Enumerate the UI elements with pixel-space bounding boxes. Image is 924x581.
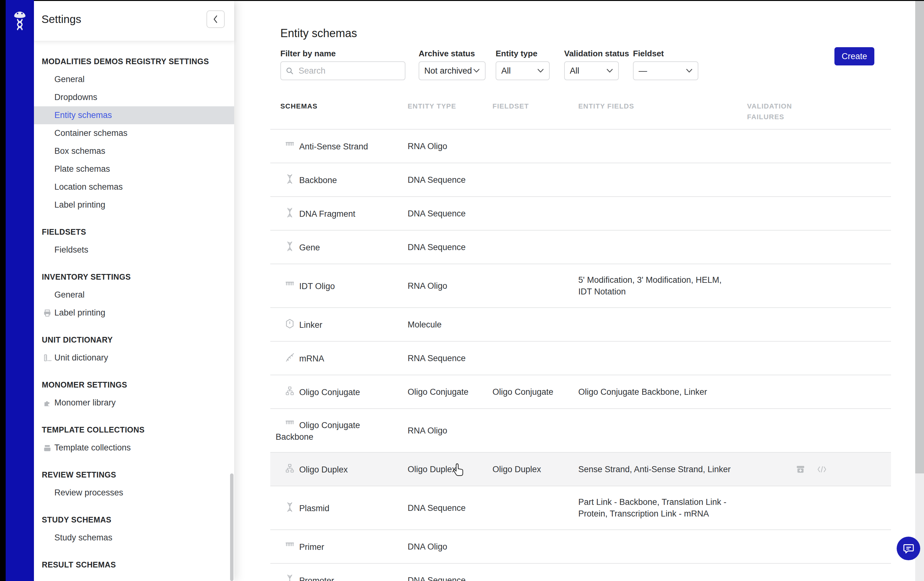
sidebar-header: Settings [34, 1, 234, 41]
table-row[interactable]: Plasmid DNA Sequence Part Link - Backbon… [270, 486, 891, 530]
sidebar-item-label-printing[interactable]: Label printing [34, 196, 234, 214]
filter-by-name-label: Filter by name [280, 49, 336, 58]
help-chat-button[interactable] [897, 536, 920, 560]
nav-item-label: General [54, 74, 84, 84]
sidebar-item-container-schemas[interactable]: Container schemas [34, 124, 234, 142]
nav-section-review: REVIEW SETTINGS Review processes [34, 466, 234, 502]
nav-item-label: Study schemas [54, 533, 112, 543]
nav-item-label: Label printing [54, 200, 105, 210]
search-icon [286, 67, 294, 75]
dna-icon [285, 174, 294, 184]
column-header-schemas: SCHEMAS [280, 101, 317, 112]
entity-type-select[interactable]: All [496, 61, 550, 80]
jellyfish-logo [11, 9, 29, 35]
sidebar-item-fieldsets[interactable]: Fieldsets [34, 241, 234, 259]
entity-type-value: All [501, 66, 511, 76]
main-scrollbar-thumb[interactable] [915, 1, 924, 473]
schema-name: Anti-Sense Strand [299, 142, 368, 151]
table-row[interactable]: Anti-Sense Strand RNA Oligo [270, 129, 891, 163]
sidebar-item-unit-dictionary[interactable]: Unit dictionary [34, 349, 234, 367]
conjugate-icon [285, 463, 294, 474]
table-row[interactable]: Oligo Conjugate Backbone RNA Oligo [270, 409, 891, 453]
entity-type-cell: DNA Oligo [408, 541, 488, 552]
nav-item-label: Container schemas [54, 128, 128, 138]
entity-type-cell: RNA Oligo [408, 425, 488, 436]
sidebar-item-location-schemas[interactable]: Location schemas [34, 178, 234, 196]
nav-section-title: MONOMER SETTINGS [34, 376, 234, 394]
nav-item-label: Box schemas [54, 146, 105, 156]
chevron-left-icon [212, 15, 219, 23]
schema-name: Gene [299, 243, 320, 252]
settings-sidebar: Settings MODALITIES DEMOS REGISTRY SETTI… [34, 1, 234, 581]
table-row-oligo-duplex[interactable]: Oligo Duplex Oligo Duplex Oligo Duplex S… [270, 453, 891, 486]
schema-name: Primer [299, 542, 324, 552]
table-row[interactable]: Oligo Conjugate Oligo Conjugate Oligo Co… [270, 375, 891, 409]
rna-oligo-icon [285, 418, 294, 429]
nav-item-label: Unit dictionary [54, 353, 108, 363]
nav-section-title: UNIT DICTIONARY [34, 331, 234, 349]
validation-status-select[interactable]: All [564, 61, 619, 80]
rna-strand-icon [285, 352, 294, 363]
table-row[interactable]: DNA Fragment DNA Sequence [270, 197, 891, 230]
validation-status-value: All [570, 66, 579, 76]
table-row[interactable]: Linker Molecule [270, 308, 891, 342]
entity-type-label: Entity type [496, 49, 538, 58]
table-row[interactable]: Gene DNA Sequence [270, 230, 891, 264]
sidebar-item-general[interactable]: General [34, 70, 234, 88]
dna-icon [285, 207, 294, 218]
table-row[interactable]: Primer DNA Oligo [270, 530, 891, 564]
column-header-entity-type: ENTITY TYPE [408, 101, 456, 112]
schema-name: DNA Fragment [299, 209, 355, 218]
create-button[interactable]: Create [835, 47, 874, 65]
search-input[interactable] [298, 66, 400, 76]
sidebar-item-dropdowns[interactable]: Dropdowns [34, 88, 234, 106]
sidebar-scrollbar-thumb[interactable] [230, 473, 234, 581]
sidebar-item-template-collections[interactable]: Template collections [34, 439, 234, 457]
nav-section-title: TEMPLATE COLLECTIONS [34, 421, 234, 439]
nav-item-label: Plate schemas [54, 164, 110, 174]
sidebar-item-monomer-library[interactable]: Monomer library [34, 394, 234, 412]
collapse-sidebar-button[interactable] [206, 10, 225, 28]
sidebar-item-entity-schemas[interactable]: Entity schemas [34, 106, 234, 124]
table-row[interactable]: Backbone DNA Sequence [270, 163, 891, 197]
nav-section-result-schemas: RESULT SCHEMAS [34, 556, 234, 574]
archive-icon[interactable] [796, 465, 805, 474]
fieldset-cell: Oligo Conjugate [492, 386, 571, 397]
entity-type-cell: DNA Sequence [408, 241, 488, 253]
nav-item-label: Monomer library [54, 398, 116, 408]
sidebar-nav: MODALITIES DEMOS REGISTRY SETTINGS Gener… [34, 41, 234, 581]
ruler-icon [43, 354, 51, 362]
main-scrollbar[interactable] [915, 1, 924, 581]
schema-name: Backbone [299, 175, 337, 185]
schema-name: mRNA [299, 354, 324, 363]
entity-type-cell: Molecule [408, 319, 488, 330]
nav-item-label: Template collections [54, 443, 131, 453]
entity-type-cell: RNA Oligo [408, 280, 488, 291]
sidebar-item-review-processes[interactable]: Review processes [34, 484, 234, 502]
rna-oligo-icon [285, 140, 294, 151]
sidebar-item-inventory-general[interactable]: General [34, 286, 234, 304]
nav-section-template-collections: TEMPLATE COLLECTIONS Template collection… [34, 421, 234, 457]
entity-schemas-page: Entity schemas Filter by name Archive st… [234, 1, 915, 581]
schema-name: Oligo Conjugate [299, 387, 360, 397]
fieldset-select[interactable]: — [633, 61, 698, 80]
sidebar-item-inventory-label-printing[interactable]: Label printing [34, 304, 234, 322]
table-row[interactable]: IDT Oligo RNA Oligo 5' Modification, 3' … [270, 264, 891, 308]
nav-section-title: REVIEW SETTINGS [34, 466, 234, 484]
table-row[interactable]: Promoter DNA Sequence [270, 564, 891, 581]
nav-item-label: General [54, 290, 84, 300]
conjugate-icon [285, 386, 294, 396]
validation-status-label: Validation status [564, 49, 629, 58]
archive-status-select[interactable]: Not archived [419, 61, 485, 80]
column-header-fieldset: FIELDSET [492, 101, 529, 112]
table-row[interactable]: mRNA RNA Sequence [270, 342, 891, 375]
sidebar-item-study-schemas[interactable]: Study schemas [34, 529, 234, 547]
nav-section-title: FIELDSETS [34, 223, 234, 241]
sidebar-item-box-schemas[interactable]: Box schemas [34, 142, 234, 160]
puzzle-icon [43, 399, 51, 407]
schemas-table: Anti-Sense Strand RNA Oligo Backbone DNA… [270, 129, 891, 581]
code-icon[interactable] [817, 465, 827, 474]
entity-type-cell: Oligo Duplex [408, 463, 488, 475]
nav-section-unit-dictionary: UNIT DICTIONARY Unit dictionary [34, 331, 234, 367]
sidebar-item-plate-schemas[interactable]: Plate schemas [34, 160, 234, 178]
